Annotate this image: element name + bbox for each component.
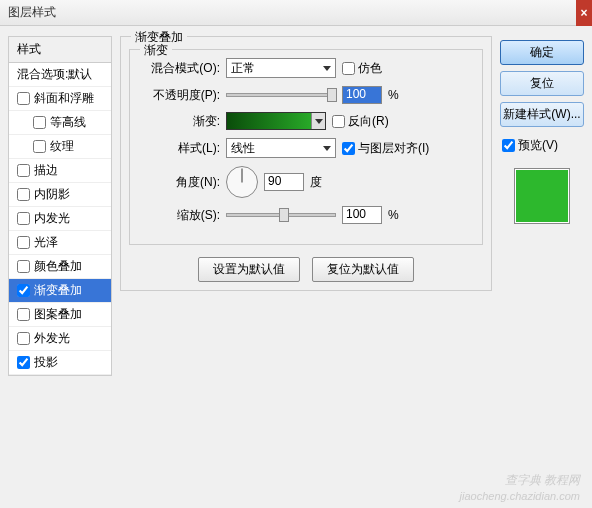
style-item[interactable]: 内阴影 xyxy=(9,183,111,207)
opacity-input[interactable]: 100 xyxy=(342,86,382,104)
style-item[interactable]: 斜面和浮雕 xyxy=(9,87,111,111)
slider-thumb[interactable] xyxy=(279,208,289,222)
style-item[interactable]: 图案叠加 xyxy=(9,303,111,327)
gradient-label: 渐变: xyxy=(142,113,220,130)
set-default-button[interactable]: 设置为默认值 xyxy=(198,257,300,282)
angle-input[interactable]: 90 xyxy=(264,173,304,191)
angle-label: 角度(N): xyxy=(142,174,220,191)
gradient-overlay-group: 渐变叠加 渐变 混合模式(O): 正常 仿色 不透明度(P): 10 xyxy=(120,36,492,291)
blend-mode-row: 混合模式(O): 正常 仿色 xyxy=(142,58,470,78)
blend-options-default[interactable]: 混合选项:默认 xyxy=(9,63,111,87)
preview-checkbox[interactable]: 预览(V) xyxy=(500,137,584,154)
blend-mode-dropdown[interactable]: 正常 xyxy=(226,58,336,78)
chevron-down-icon xyxy=(323,146,331,151)
style-item[interactable]: 等高线 xyxy=(9,111,111,135)
opacity-label: 不透明度(P): xyxy=(142,87,220,104)
slider-thumb[interactable] xyxy=(327,88,337,102)
style-item[interactable]: 颜色叠加 xyxy=(9,255,111,279)
window-title: 图层样式 xyxy=(8,4,56,21)
style-row: 样式(L): 线性 与图层对齐(I) xyxy=(142,138,470,158)
new-style-button[interactable]: 新建样式(W)... xyxy=(500,102,584,127)
gradient-row: 渐变: 反向(R) xyxy=(142,112,470,130)
close-icon: × xyxy=(580,6,587,20)
titlebar: 图层样式 × xyxy=(0,0,592,26)
default-buttons: 设置为默认值 复位为默认值 xyxy=(129,257,483,282)
main-panel: 渐变叠加 渐变 混合模式(O): 正常 仿色 不透明度(P): 10 xyxy=(112,36,500,508)
ok-button[interactable]: 确定 xyxy=(500,40,584,65)
preview-swatch xyxy=(514,168,570,224)
style-dropdown[interactable]: 线性 xyxy=(226,138,336,158)
inner-legend: 渐变 xyxy=(140,42,172,59)
scale-row: 缩放(S): 100 % xyxy=(142,206,470,224)
right-panel: 确定 复位 新建样式(W)... 预览(V) xyxy=(500,36,592,508)
scale-slider[interactable] xyxy=(226,213,336,217)
style-item[interactable]: 光泽 xyxy=(9,231,111,255)
styles-list: 混合选项:默认 斜面和浮雕等高线纹理描边内阴影内发光光泽颜色叠加渐变叠加图案叠加… xyxy=(8,63,112,376)
dialog-body: 样式 混合选项:默认 斜面和浮雕等高线纹理描边内阴影内发光光泽颜色叠加渐变叠加图… xyxy=(0,26,592,508)
reverse-checkbox[interactable]: 反向(R) xyxy=(332,113,389,130)
style-item[interactable]: 渐变叠加 xyxy=(9,279,111,303)
gradient-picker[interactable] xyxy=(226,112,326,130)
chevron-down-icon xyxy=(323,66,331,71)
styles-header[interactable]: 样式 xyxy=(8,36,112,63)
styles-panel: 样式 混合选项:默认 斜面和浮雕等高线纹理描边内阴影内发光光泽颜色叠加渐变叠加图… xyxy=(8,36,112,508)
reset-default-button[interactable]: 复位为默认值 xyxy=(312,257,414,282)
angle-dial[interactable] xyxy=(226,166,258,198)
style-item[interactable]: 外发光 xyxy=(9,327,111,351)
align-checkbox[interactable]: 与图层对齐(I) xyxy=(342,140,429,157)
close-button[interactable]: × xyxy=(576,0,592,26)
scale-label: 缩放(S): xyxy=(142,207,220,224)
style-item[interactable]: 内发光 xyxy=(9,207,111,231)
blend-mode-label: 混合模式(O): xyxy=(142,60,220,77)
style-item[interactable]: 纹理 xyxy=(9,135,111,159)
cancel-button[interactable]: 复位 xyxy=(500,71,584,96)
gradient-group: 渐变 混合模式(O): 正常 仿色 不透明度(P): 100 % xyxy=(129,49,483,245)
dither-checkbox[interactable]: 仿色 xyxy=(342,60,382,77)
style-label: 样式(L): xyxy=(142,140,220,157)
scale-input[interactable]: 100 xyxy=(342,206,382,224)
opacity-slider[interactable] xyxy=(226,93,336,97)
style-item[interactable]: 投影 xyxy=(9,351,111,375)
chevron-down-icon xyxy=(311,113,325,129)
opacity-row: 不透明度(P): 100 % xyxy=(142,86,470,104)
angle-row: 角度(N): 90 度 xyxy=(142,166,470,198)
style-item[interactable]: 描边 xyxy=(9,159,111,183)
